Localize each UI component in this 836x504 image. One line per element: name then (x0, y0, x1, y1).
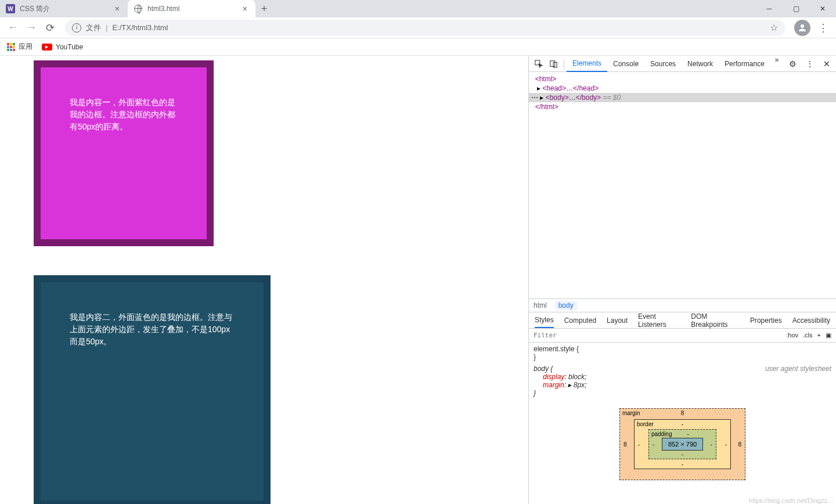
dom-line-selected[interactable]: ⋯ ▸ <body>…</body> == $0 (529, 93, 836, 102)
css-property[interactable]: margin: ▸ 8px; (534, 381, 831, 389)
rule-element-style[interactable]: element.style { } (534, 345, 831, 361)
bookmarks-bar: 应用 YouTube (0, 38, 836, 56)
url-text: E:/TX/html3.html (112, 23, 168, 32)
styles-tab-event[interactable]: Event Listeners (638, 312, 680, 329)
device-toggle-icon[interactable] (546, 56, 561, 71)
border-dash: - (638, 441, 640, 448)
rule-body[interactable]: user agent stylesheet body { display: bl… (534, 365, 831, 397)
minimize-button[interactable]: ─ (756, 0, 783, 17)
box-padding[interactable]: padding - - - - 852 × 790 (648, 429, 716, 459)
styles-filter-row: :hov .cls + ▣ (529, 329, 836, 343)
box1-text: 我是内容一，外面紫红色的是我的边框。注意边框的内外都有50px的距离。 (70, 98, 175, 131)
rule-close: } (534, 389, 831, 397)
title-bar: W CSS 简介 × html3.html × + ─ ▢ ✕ (0, 0, 836, 17)
border-label: border (637, 421, 654, 427)
youtube-icon (42, 44, 52, 51)
tab-network[interactable]: Network (682, 56, 719, 72)
hov-toggle[interactable]: :hov (786, 332, 798, 339)
tabs-overflow-icon[interactable]: » (770, 56, 784, 72)
border-dash: - (725, 441, 727, 448)
styles-tab-styles[interactable]: Styles (535, 316, 554, 328)
apps-icon (7, 43, 15, 51)
back-button[interactable]: ← (5, 20, 21, 36)
devtools-panel: Elements Console Sources Network Perform… (528, 56, 836, 504)
tab-performance[interactable]: Performance (719, 56, 770, 72)
kebab-icon[interactable]: ⋮ (802, 59, 817, 69)
margin-left-val: 8 (624, 441, 627, 448)
sidebar-toggle-icon[interactable]: ▣ (826, 332, 831, 339)
close-window-button[interactable]: ✕ (809, 0, 836, 17)
reload-button[interactable]: ⟳ (42, 20, 58, 36)
elements-tree[interactable]: <html> ▸ <head>…</head> ⋯ ▸ <body>…</bod… (529, 72, 836, 298)
w3-favicon: W (6, 4, 15, 13)
tab-css-intro[interactable]: W CSS 简介 × (0, 0, 128, 17)
apps-bookmark[interactable]: 应用 (7, 42, 33, 52)
info-icon[interactable]: i (72, 23, 81, 33)
close-tab-icon[interactable]: × (113, 4, 122, 13)
tab-sources[interactable]: Sources (644, 56, 682, 72)
dom-line[interactable]: ▸ <head>…</head> (529, 84, 836, 93)
dom-line[interactable]: </html> (529, 102, 836, 111)
content-box-2: 我是内容二，外面蓝色的是我的边框。注意与上面元素的外边距，发生了叠加，不是100… (34, 275, 271, 504)
margin-label: margin (622, 410, 640, 416)
new-tab-button[interactable]: + (255, 0, 273, 17)
new-rule-button[interactable]: + (817, 332, 821, 339)
content-box-1: 我是内容一，外面紫红色的是我的边框。注意边框的内外都有50px的距离。 (34, 60, 214, 246)
box-content[interactable]: 852 × 790 (662, 438, 703, 451)
margin-top-val: 8 (681, 410, 684, 416)
tab-elements[interactable]: Elements (567, 56, 607, 72)
padding-label: padding (651, 431, 672, 437)
styles-tab-layout[interactable]: Layout (607, 316, 628, 325)
inspect-icon[interactable] (531, 56, 546, 71)
url-prefix: 文件 (86, 23, 101, 33)
border-dash: - (682, 461, 683, 467)
page-viewport[interactable]: 我是内容一，外面紫红色的是我的边框。注意边框的内外都有50px的距离。 我是内容… (0, 56, 528, 504)
box-model: margin 8 8 8 border - - - - (534, 401, 831, 488)
devtools-tabs: Elements Console Sources Network Perform… (567, 56, 785, 72)
gear-icon[interactable]: ⚙ (785, 59, 800, 69)
forward-button[interactable]: → (23, 20, 39, 36)
breadcrumb-html[interactable]: html (534, 301, 547, 309)
user-agent-label: user agent stylesheet (765, 365, 831, 373)
tab-html3[interactable]: html3.html × (128, 0, 255, 17)
css-rules[interactable]: element.style { } user agent stylesheet … (529, 343, 836, 504)
toolbar: ← → ⟳ i 文件 | E:/TX/html3.html ☆ ⋮ (0, 17, 836, 38)
rule-close: } (534, 353, 831, 361)
url-separator: | (106, 23, 107, 32)
youtube-label: YouTube (56, 43, 83, 51)
tab-title: html3.html (147, 5, 179, 13)
styles-tab-props[interactable]: Properties (750, 316, 782, 325)
svg-rect-2 (550, 60, 555, 66)
main-area: 我是内容一，外面紫红色的是我的边框。注意边框的内外都有50px的距离。 我是内容… (0, 56, 836, 504)
filter-actions: :hov .cls + ▣ (781, 332, 836, 339)
close-devtools-icon[interactable]: ✕ (820, 59, 834, 69)
dom-line[interactable]: <html> (529, 74, 836, 84)
address-bar[interactable]: i 文件 | E:/TX/html3.html ☆ (65, 20, 785, 36)
border-dash: - (682, 421, 683, 427)
profile-avatar[interactable] (794, 20, 810, 36)
close-tab-icon[interactable]: × (240, 4, 250, 13)
styles-tab-dom[interactable]: DOM Breakpoints (691, 312, 740, 329)
box2-text: 我是内容二，外面蓝色的是我的边框。注意与上面元素的外边距，发生了叠加，不是100… (70, 312, 232, 346)
tab-console[interactable]: Console (607, 56, 644, 72)
cls-toggle[interactable]: .cls (803, 332, 813, 339)
menu-button[interactable]: ⋮ (815, 20, 831, 36)
box-margin[interactable]: margin 8 8 8 border - - - - (619, 408, 745, 480)
box-border[interactable]: border - - - - padding - - - (634, 419, 731, 469)
page-body: 我是内容一，外面紫红色的是我的边框。注意边框的内外都有50px的距离。 我是内容… (0, 56, 528, 504)
devtools-actions: ⚙ ⋮ ✕ (785, 59, 834, 69)
elements-breadcrumb: html body (529, 298, 836, 312)
css-property[interactable]: display: block; (534, 373, 831, 381)
tab-strip: W CSS 简介 × html3.html × + (0, 0, 756, 17)
youtube-bookmark[interactable]: YouTube (42, 43, 83, 51)
padding-dash: - (653, 441, 654, 448)
breadcrumb-body[interactable]: body (555, 301, 577, 310)
bookmark-star-icon[interactable]: ☆ (770, 22, 778, 33)
maximize-button[interactable]: ▢ (783, 0, 809, 17)
devtools-header: Elements Console Sources Network Perform… (529, 56, 836, 72)
styles-panel: Styles Computed Layout Event Listeners D… (529, 312, 836, 504)
styles-tab-computed[interactable]: Computed (564, 316, 596, 325)
browser-window: W CSS 简介 × html3.html × + ─ ▢ ✕ ← → ⟳ i … (0, 0, 836, 504)
styles-filter-input[interactable] (529, 332, 781, 339)
styles-tab-a11y[interactable]: Accessibility (792, 316, 830, 325)
